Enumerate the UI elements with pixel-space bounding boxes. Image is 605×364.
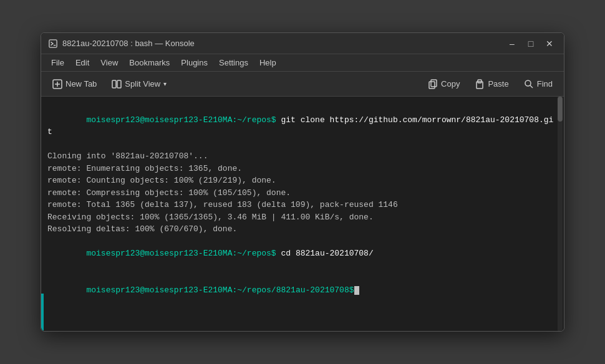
- terminal-area[interactable]: moisespr123@moisespr123-E210MA:~/repos$ …: [41, 97, 564, 331]
- paste-label: Paste: [488, 79, 508, 89]
- line-4: remote: Counting objects: 100% (219/219)…: [47, 175, 558, 187]
- menu-bookmarks[interactable]: Bookmarks: [124, 57, 175, 69]
- svg-line-12: [530, 85, 533, 88]
- menu-plugins[interactable]: Plugins: [176, 57, 213, 69]
- toolbar-right: Copy Paste Find: [422, 77, 559, 92]
- terminal-content: moisespr123@moisespr123-E210MA:~/repos$ …: [47, 102, 558, 309]
- find-icon: [524, 79, 534, 89]
- line-5: remote: Compressing objects: 100% (105/1…: [47, 187, 558, 199]
- svg-rect-6: [117, 80, 121, 88]
- line-10: moisespr123@moisespr123-E210MA:~/repos/8…: [47, 272, 558, 309]
- toolbar: New Tab Split View ▾ Copy: [41, 72, 564, 97]
- new-tab-icon: [52, 79, 62, 89]
- menu-edit[interactable]: Edit: [70, 57, 94, 69]
- paste-button[interactable]: Paste: [468, 77, 515, 92]
- svg-rect-8: [429, 82, 435, 89]
- line-2: Cloning into '8821au-20210708'...: [47, 150, 558, 163]
- line-7: Receiving objects: 100% (1365/1365), 3.4…: [47, 211, 558, 224]
- new-tab-label: New Tab: [65, 79, 97, 89]
- split-view-button[interactable]: Split View ▾: [105, 77, 173, 92]
- terminal-icon-svg: [49, 39, 57, 48]
- prompt-3: moisespr123@moisespr123-E210MA:~/repos/8…: [86, 285, 354, 295]
- split-view-chevron: ▾: [163, 80, 167, 87]
- cursor: [354, 286, 359, 295]
- copy-label: Copy: [441, 79, 460, 89]
- menu-bar: File Edit View Bookmarks Plugins Setting…: [41, 54, 564, 72]
- copy-button[interactable]: Copy: [422, 77, 466, 92]
- scrollbar-track[interactable]: [558, 97, 563, 331]
- title-bar-controls: – □ ✕: [504, 37, 558, 50]
- menu-file[interactable]: File: [46, 57, 69, 69]
- menu-view[interactable]: View: [95, 57, 123, 69]
- line-3: remote: Enumerating objects: 1365, done.: [47, 163, 558, 175]
- cmd-2: cd 8821au-20210708/: [276, 249, 374, 258]
- split-view-icon: [112, 79, 122, 89]
- title-bar-left: 8821au-20210708 : bash — Konsole: [47, 38, 195, 49]
- menu-settings[interactable]: Settings: [214, 57, 253, 69]
- prompt-2: moisespr123@moisespr123-E210MA:~/repos$: [86, 249, 276, 258]
- terminal-icon: [47, 38, 59, 49]
- close-button[interactable]: ✕: [541, 37, 558, 50]
- svg-rect-5: [112, 80, 116, 88]
- new-tab-button[interactable]: New Tab: [46, 77, 103, 92]
- svg-rect-7: [431, 80, 437, 87]
- line-1: moisespr123@moisespr123-E210MA:~/repos$ …: [47, 102, 558, 150]
- line-6: remote: Total 1365 (delta 137), reused 1…: [47, 199, 558, 211]
- konsole-window: 8821au-20210708 : bash — Konsole – □ ✕ F…: [41, 32, 564, 332]
- paste-icon: [475, 79, 485, 89]
- minimize-button[interactable]: –: [504, 37, 520, 50]
- line-8: Resolving deltas: 100% (670/670), done.: [47, 223, 558, 236]
- menu-help[interactable]: Help: [254, 57, 281, 69]
- svg-point-11: [525, 80, 531, 86]
- find-label: Find: [537, 79, 553, 89]
- copy-icon: [428, 79, 438, 89]
- prompt-1: moisespr123@moisespr123-E210MA:~/repos$: [86, 115, 276, 125]
- scrollbar-thumb[interactable]: [558, 97, 563, 122]
- maximize-button[interactable]: □: [523, 37, 539, 50]
- find-button[interactable]: Find: [518, 77, 559, 92]
- window-title: 8821au-20210708 : bash — Konsole: [62, 39, 195, 48]
- title-bar: 8821au-20210708 : bash — Konsole – □ ✕: [41, 33, 564, 54]
- left-accent: [41, 294, 44, 331]
- line-9: moisespr123@moisespr123-E210MA:~/repos$ …: [47, 236, 558, 272]
- split-view-label: Split View: [125, 79, 160, 89]
